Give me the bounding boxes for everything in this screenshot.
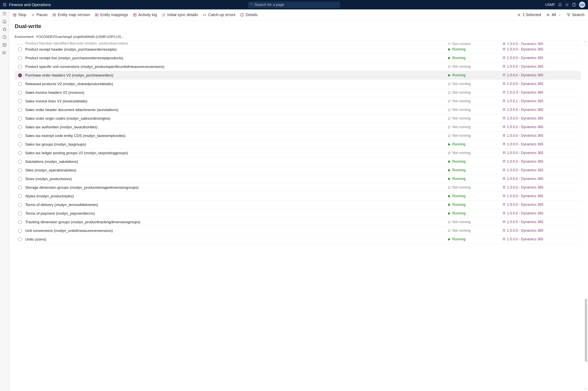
favorites-icon[interactable]: [2, 27, 7, 31]
row-select-checkbox[interactable]: [18, 73, 22, 77]
row-select-checkbox[interactable]: [18, 177, 22, 181]
row-select-checkbox[interactable]: [18, 99, 22, 103]
global-search-input[interactable]: [255, 2, 338, 7]
row-select-checkbox[interactable]: [18, 168, 22, 172]
app-launcher-icon[interactable]: [1, 1, 8, 8]
version-cell[interactable]: 1.0.0.0 - Dynamics 365: [503, 142, 581, 146]
table-row[interactable]: Tracking dimension groups (msdyn_product…: [15, 218, 581, 226]
workspaces-icon[interactable]: [2, 43, 7, 47]
table-row[interactable]: Sales tax groups (msdyn_taxgroups)Runnin…: [15, 140, 581, 149]
table-row[interactable]: Sales invoice headers V2 (invoices)Not r…: [15, 88, 581, 97]
hamburger-icon[interactable]: [2, 11, 7, 16]
table-row[interactable]: Sales tax ledger posting groups V2 (msdy…: [15, 149, 581, 157]
version-cell[interactable]: 1.0.0.0 - Dynamics 365: [503, 73, 581, 77]
pause-button[interactable]: Pause: [31, 12, 48, 17]
table-row[interactable]: Sales invoice lines V2 (invoicedetails)N…: [15, 97, 581, 105]
version-cell[interactable]: 1.0.0.0 - Dynamics 365: [503, 116, 581, 120]
row-select-checkbox[interactable]: [18, 65, 22, 69]
stop-button[interactable]: Stop: [13, 12, 26, 17]
version-cell[interactable]: 1.0.0.0 - Dynamics 365: [503, 65, 581, 69]
row-select-checkbox[interactable]: [18, 82, 22, 86]
version-cell[interactable]: 1.0.0.0 - Dynamics 365: [503, 168, 581, 172]
details-button[interactable]: Details: [240, 12, 258, 17]
table-row[interactable]: Unit conversions (msdyn_unitofmeasurecon…: [15, 226, 581, 235]
user-avatar[interactable]: AD: [579, 1, 585, 8]
row-select-checkbox[interactable]: [18, 108, 22, 112]
version-cell[interactable]: 1.0.0.0 - Dynamics 365: [503, 160, 581, 164]
entity-mappings-button[interactable]: Entity mappings: [95, 12, 128, 17]
version-cell[interactable]: 1.0.0.1 - Dynamics 365: [503, 99, 581, 103]
version-cell[interactable]: 1.0.0.0 - Dynamics 365: [503, 151, 581, 155]
row-select-checkbox[interactable]: [18, 229, 22, 233]
table-row[interactable]: Product receipt header (msdyn_purchaseor…: [15, 45, 581, 54]
catchup-errors-button[interactable]: Catch-up errors: [203, 12, 235, 17]
global-search[interactable]: [248, 1, 340, 8]
version-cell[interactable]: 1.0.0.3 - Dynamics 365: [503, 91, 581, 95]
modules-icon[interactable]: [2, 51, 7, 55]
table-row[interactable]: Released products V2 (msdyn_sharedproduc…: [15, 80, 581, 88]
version-cell[interactable]: 1.0.0.0 - Dynamics 365: [503, 47, 581, 51]
row-select-checkbox[interactable]: [18, 186, 22, 190]
initial-sync-details-button[interactable]: Initial sync details: [162, 12, 198, 17]
row-select-checkbox[interactable]: [18, 142, 22, 146]
row-select-checkbox[interactable]: [18, 237, 22, 241]
table-row[interactable]: Sites (msdyn_operationalsites)Running1.0…: [15, 166, 581, 175]
table-row[interactable]: Storage dimension groups (msdyn_products…: [15, 183, 581, 192]
help-icon[interactable]: [572, 2, 576, 7]
version-cell[interactable]: 1.0.0.0 - Dynamics 365: [503, 177, 581, 181]
row-select-checkbox[interactable]: [18, 220, 22, 224]
version-cell[interactable]: 1.0.0.0 - Dynamics 365: [503, 237, 581, 241]
table-row[interactable]: Salutations (msdyn_salutations)Running1.…: [15, 157, 581, 166]
table-row[interactable]: Product specific unit conversions (msdyn…: [15, 62, 581, 71]
table-row[interactable]: Terms of payment (msdyn_paymentterms)Run…: [15, 209, 581, 218]
table-row[interactable]: Purchase order headers V2 (msdyn_purchas…: [15, 71, 581, 80]
scroll-thumb[interactable]: [585, 299, 587, 362]
row-select-checkbox[interactable]: [18, 47, 22, 51]
activity-log-button[interactable]: Activity log: [133, 12, 157, 17]
row-select-checkbox[interactable]: [18, 203, 22, 207]
filter-all-button[interactable]: All: [546, 12, 561, 17]
table-row[interactable]: Terms of delivery (msdyn_termsofdeliveri…: [15, 200, 581, 209]
row-select-checkbox[interactable]: [18, 160, 22, 164]
table-row[interactable]: Product Number Identified Barcode (msdyn…: [15, 41, 581, 45]
row-select-checkbox[interactable]: [18, 211, 22, 215]
home-icon[interactable]: [2, 19, 7, 23]
version-cell[interactable]: 1.0.0.0 - Dynamics 365: [503, 229, 581, 233]
version-cell[interactable]: 1.0.0.0 - Dynamics 365: [503, 42, 581, 45]
row-select-checkbox[interactable]: [18, 194, 22, 198]
table-row[interactable]: Sales order origin codes (msdyn_salesord…: [15, 114, 581, 123]
company-label[interactable]: USMF: [545, 3, 555, 7]
table-row[interactable]: Styles (msdyn_productstyles)Running1.0.0…: [15, 192, 581, 200]
version-cell[interactable]: 1.0.0.0 - Dynamics 365: [503, 203, 581, 207]
row-select-checkbox[interactable]: [18, 125, 22, 129]
table-row[interactable]: Units (uoms)Running1.0.0.0 - Dynamics 36…: [15, 235, 581, 244]
version-cell[interactable]: 1.0.0.0 - Dynamics 365: [503, 134, 581, 138]
scrollbar[interactable]: ▴ ▾: [585, 40, 588, 390]
search-button[interactable]: Search: [567, 12, 585, 17]
row-select-checkbox[interactable]: [18, 56, 22, 60]
version-cell[interactable]: 1.0.0.0 - Dynamics 365: [503, 125, 581, 129]
version-cell[interactable]: 1.0.0.0 - Dynamics 365: [503, 56, 581, 60]
version-cell[interactable]: 1.0.0.0 - Dynamics 365: [503, 220, 581, 224]
notifications-icon[interactable]: [558, 2, 562, 7]
entity-map-version-button[interactable]: Entity map version: [52, 12, 90, 17]
version-cell[interactable]: 1.0.0.0 - Dynamics 365: [503, 211, 581, 215]
scroll-up-icon[interactable]: ▴: [585, 40, 587, 42]
version-cell[interactable]: 1.0.0.0 - Dynamics 365: [503, 108, 581, 112]
row-select-checkbox[interactable]: [18, 116, 22, 120]
table-row[interactable]: Sales tax exempt code entity CDS (msdyn_…: [15, 131, 581, 140]
row-select-checkbox[interactable]: [18, 44, 22, 45]
table-row[interactable]: Product receipt line (msdyn_purchaseorde…: [15, 54, 581, 62]
table-row[interactable]: Sizes (msdyn_productsizes)Running1.0.0.0…: [15, 175, 581, 183]
version-cell[interactable]: 1.0.0.0 - Dynamics 365: [503, 82, 581, 86]
version-cell[interactable]: 1.0.0.0 - Dynamics 365: [503, 194, 581, 198]
row-select-checkbox[interactable]: [18, 91, 22, 95]
settings-icon[interactable]: [565, 2, 569, 7]
scroll-down-icon[interactable]: ▾: [585, 388, 587, 390]
table-row[interactable]: Sales tax authorities (msdyn_taxauthorit…: [15, 123, 581, 131]
recent-icon[interactable]: [2, 35, 7, 39]
table-row[interactable]: Sales order header document attachments …: [15, 105, 581, 114]
clear-selection-button[interactable]: 1 Selected: [517, 12, 541, 17]
row-select-checkbox[interactable]: [18, 151, 22, 155]
row-select-checkbox[interactable]: [18, 134, 22, 138]
